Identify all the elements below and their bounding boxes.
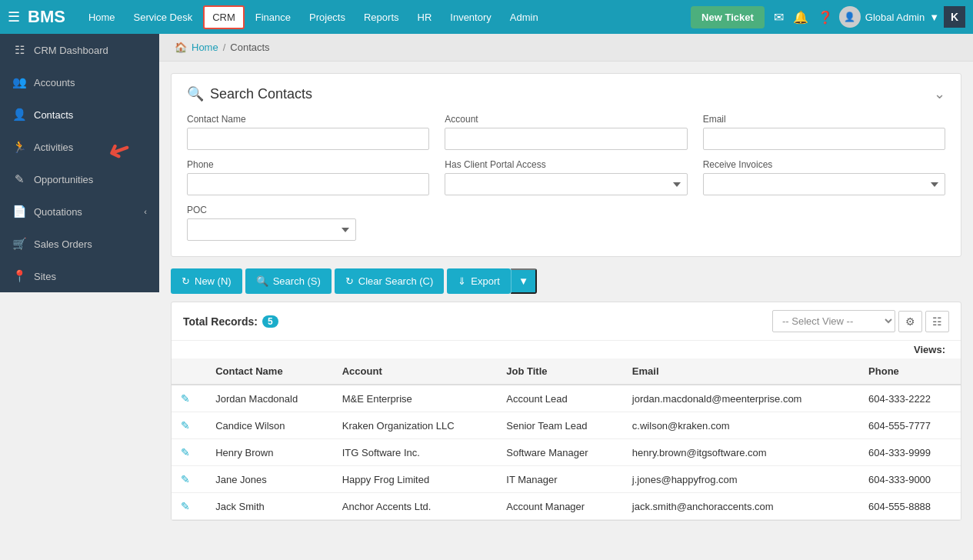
quotations-arrow-icon: ‹: [144, 207, 147, 216]
client-portal-field: Has Client Portal Access Yes No: [445, 159, 687, 195]
clear-search-label: Clear Search (C): [358, 275, 434, 287]
phone-field: Phone: [187, 159, 429, 195]
dashboard-icon: ☷: [12, 43, 26, 57]
sidebar-item-quotations[interactable]: 📄 Quotations ‹: [0, 195, 159, 228]
table-row: ✎ Jane Jones Happy Frog Limited IT Manag…: [172, 466, 961, 493]
email-input[interactable]: [703, 128, 945, 150]
search-panel-icon: 🔍: [187, 85, 204, 102]
view-controls: -- Select View -- ⚙ ☷: [772, 310, 949, 332]
help-icon[interactable]: ❓: [818, 10, 833, 25]
gear-button[interactable]: ⚙: [898, 311, 922, 332]
client-portal-select[interactable]: Yes No: [445, 173, 687, 195]
edit-icon-2[interactable]: ✎: [181, 446, 190, 458]
cell-account: M&E Enterprise: [333, 385, 498, 412]
k-badge[interactable]: K: [944, 6, 965, 28]
nav-projects[interactable]: Projects: [302, 7, 353, 28]
search-panel: 🔍 Search Contacts ⌄ Contact Name Account: [171, 73, 961, 257]
contact-name-label: Contact Name: [187, 114, 429, 125]
edit-icon-1[interactable]: ✎: [181, 419, 190, 432]
sidebar-item-sites[interactable]: 📍 Sites: [0, 260, 159, 292]
cell-phone: 604-555-8888: [859, 493, 961, 520]
col-header-contact-name: Contact Name: [206, 358, 333, 385]
nav-home[interactable]: Home: [81, 7, 123, 28]
grid-button[interactable]: ☷: [925, 311, 949, 332]
results-header: Total Records: 5 -- Select View -- ⚙ ☷: [172, 302, 961, 341]
sidebar-item-accounts[interactable]: 👥 Accounts: [0, 66, 159, 98]
export-button[interactable]: ⇓ Export: [447, 268, 511, 294]
clear-search-button[interactable]: ↻ Clear Search (C): [335, 268, 445, 294]
quotations-icon: 📄: [12, 205, 26, 218]
export-label: Export: [471, 275, 500, 287]
cell-contact-name: Jack Smith: [206, 493, 333, 520]
bell-icon[interactable]: 🔔: [793, 10, 808, 25]
content-area: 🏠 Home / Contacts 🔍 Search Contacts ⌄ Co…: [159, 34, 973, 560]
export-dropdown-button[interactable]: ▼: [511, 268, 537, 294]
sidebar-item-opportunities[interactable]: ✎ Opportunities: [0, 163, 159, 195]
edit-icon-0[interactable]: ✎: [181, 392, 190, 405]
nav-inventory[interactable]: Inventory: [442, 7, 498, 28]
select-view-dropdown[interactable]: -- Select View --: [772, 310, 895, 332]
nav-links: Home Service Desk CRM Finance Projects R…: [81, 5, 691, 29]
results-section: Total Records: 5 -- Select View -- ⚙ ☷ V…: [171, 302, 961, 521]
contact-name-input[interactable]: [187, 128, 429, 150]
col-header-edit: [172, 358, 206, 385]
sidebar: ☷ CRM Dashboard 👥 Accounts 👤 Contacts 🏃 …: [0, 34, 159, 292]
search-label: Search (S): [273, 275, 321, 287]
sidebar-label-sales-orders: Sales Orders: [34, 238, 147, 250]
search-row-3: POC: [187, 205, 945, 241]
contacts-table: Contact Name Account Job Title Email Pho…: [172, 358, 961, 520]
collapse-button[interactable]: ⌄: [934, 85, 945, 102]
nav-finance[interactable]: Finance: [248, 7, 298, 28]
nav-crm[interactable]: CRM: [203, 5, 245, 29]
cell-email: c.wilson@kraken.com: [623, 412, 859, 439]
edit-icon-3[interactable]: ✎: [181, 473, 190, 485]
col-header-account: Account: [333, 358, 498, 385]
nav-icons: ✉ 🔔 ❓: [774, 10, 833, 25]
cell-job-title: Software Manager: [497, 439, 623, 466]
search-icon: 🔍: [256, 275, 268, 287]
nav-hr[interactable]: HR: [410, 7, 440, 28]
nav-admin[interactable]: Admin: [502, 7, 546, 28]
email-label: Email: [703, 114, 945, 125]
breadcrumb: 🏠 Home / Contacts: [159, 34, 973, 62]
search-button[interactable]: 🔍 Search (S): [245, 268, 332, 294]
table-row: ✎ Candice Wilson Kraken Organization LLC…: [172, 412, 961, 439]
nav-reports[interactable]: Reports: [356, 7, 407, 28]
cell-account: Kraken Organization LLC: [333, 412, 498, 439]
account-input[interactable]: [445, 128, 687, 150]
sidebar-item-activities[interactable]: 🏃 Activities: [0, 131, 159, 163]
mail-icon[interactable]: ✉: [774, 10, 784, 25]
client-portal-label: Has Client Portal Access: [445, 159, 687, 170]
sidebar-label-quotations: Quotations: [34, 206, 136, 218]
table-header: Contact Name Account Job Title Email Pho…: [172, 358, 961, 385]
nav-service-desk[interactable]: Service Desk: [126, 7, 201, 28]
table-row: ✎ Jordan Macdonald M&E Enterprise Accoun…: [172, 385, 961, 412]
table-row: ✎ Jack Smith Anchor Accents Ltd. Account…: [172, 493, 961, 520]
sidebar-item-sales-orders[interactable]: 🛒 Sales Orders: [0, 228, 159, 260]
cell-contact-name: Henry Brown: [206, 439, 333, 466]
export-icon: ⇓: [458, 275, 466, 287]
receive-invoices-label: Receive Invoices: [703, 159, 945, 170]
sidebar-label-contacts: Contacts: [34, 109, 147, 121]
breadcrumb-home-link[interactable]: Home: [192, 42, 218, 53]
phone-input[interactable]: [187, 173, 429, 195]
new-button[interactable]: ↻ New (N): [171, 268, 242, 294]
cell-email: jordan.macdonald@meenterprise.com: [623, 385, 859, 412]
sidebar-label-activities: Activities: [34, 142, 147, 153]
edit-cell: ✎: [172, 493, 206, 520]
opportunities-icon: ✎: [12, 172, 26, 186]
sidebar-item-crm-dashboard[interactable]: ☷ CRM Dashboard: [0, 34, 159, 66]
new-ticket-button[interactable]: New Ticket: [691, 6, 765, 28]
poc-select[interactable]: [187, 218, 356, 241]
user-menu[interactable]: 👤 Global Admin ▼: [839, 6, 939, 28]
views-label: Views:: [910, 344, 949, 355]
receive-invoices-select[interactable]: Yes No: [703, 173, 945, 195]
breadcrumb-current: Contacts: [230, 42, 269, 53]
poc-label: POC: [187, 205, 356, 215]
sidebar-item-contacts[interactable]: 👤 Contacts: [0, 98, 159, 131]
edit-icon-4[interactable]: ✎: [181, 500, 190, 512]
contact-name-field: Contact Name: [187, 114, 429, 150]
receive-invoices-field: Receive Invoices Yes No: [703, 159, 945, 195]
cell-job-title: IT Manager: [497, 466, 623, 493]
hamburger-menu[interactable]: ☰: [8, 8, 20, 25]
